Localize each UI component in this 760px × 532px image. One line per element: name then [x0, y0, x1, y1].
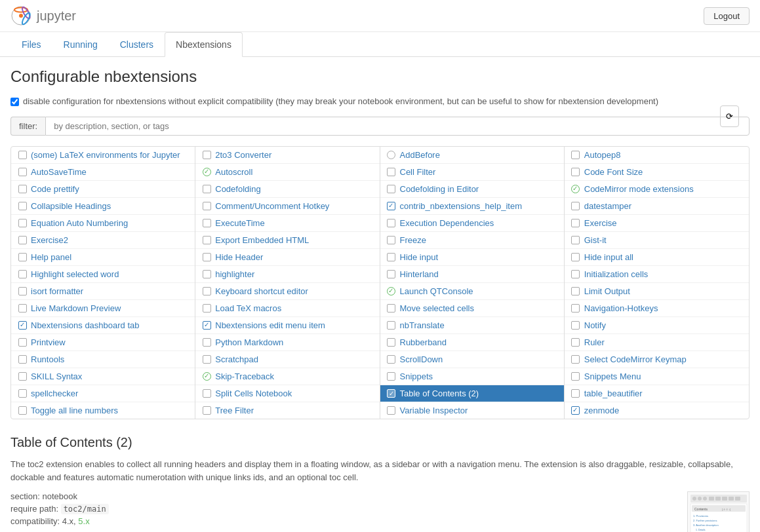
list-item[interactable]: Skip-Traceback [195, 368, 379, 385]
list-item[interactable]: Export Embedded HTML [195, 232, 379, 249]
list-item[interactable]: Ruler [565, 334, 749, 351]
list-item[interactable]: Hide input all [565, 249, 749, 266]
ext-item-label: Initialization cells [584, 269, 649, 279]
svg-rect-13 [729, 497, 734, 501]
list-item[interactable]: Freeze [380, 232, 564, 249]
compat-checkbox[interactable] [10, 98, 19, 106]
list-item[interactable]: ExecuteTime [195, 215, 379, 232]
list-item[interactable]: Tree Filter [195, 402, 379, 419]
list-item[interactable]: Codefolding [195, 181, 379, 198]
list-item[interactable]: Split Cells Notebook [195, 385, 379, 402]
list-item[interactable]: (some) LaTeX environments for Jupyter [11, 147, 195, 164]
list-item[interactable]: Codefolding in Editor [380, 181, 564, 198]
ext-checkbox-icon [202, 168, 211, 177]
list-item[interactable]: Code prettify [11, 181, 195, 198]
list-item[interactable]: Snippets Menu [565, 368, 749, 385]
list-item[interactable]: table_beautifier [565, 385, 749, 402]
list-item[interactable]: Rubberband [380, 334, 564, 351]
toc-preview-image: Contents [-∻ ≡ ↑] 1. Provisions 2. Furth… [687, 491, 750, 532]
list-item[interactable]: Highlight selected word [11, 266, 195, 283]
list-item[interactable]: CodeMirror mode extensions [565, 181, 749, 198]
list-item[interactable]: Equation Auto Numbering [11, 215, 195, 232]
list-item[interactable]: Keyboard shortcut editor [195, 283, 379, 300]
tab-clusters[interactable]: Clusters [109, 32, 165, 57]
detail-compat-meta: compatibility: 4.x, 5.x [10, 516, 687, 526]
ext-checkbox-icon [202, 202, 211, 211]
ext-col-2: AddBeforeCell FilterCodefolding in Edito… [380, 147, 565, 419]
list-item[interactable]: Live Markdown Preview [11, 300, 195, 317]
list-item[interactable]: isort formatter [11, 283, 195, 300]
list-item[interactable]: Exercise [565, 215, 749, 232]
list-item[interactable]: Hide input [380, 249, 564, 266]
list-item[interactable]: highlighter [195, 266, 379, 283]
ext-item-label: 2to3 Converter [215, 150, 271, 160]
list-item[interactable]: Navigation-Hotkeys [565, 300, 749, 317]
require-label: require path: [10, 504, 58, 514]
compat-meta-link[interactable]: 5.x [78, 516, 89, 526]
tab-files[interactable]: Files [10, 32, 52, 57]
ext-item-label: Load TeX macros [215, 303, 281, 313]
list-item[interactable]: contrib_nbextensions_help_item [380, 198, 564, 215]
ext-item-label: isort formatter [31, 286, 83, 296]
ext-checkbox-icon [571, 219, 580, 228]
list-item[interactable]: zenmode [565, 402, 749, 419]
logout-button[interactable]: Logout [704, 7, 750, 25]
list-item[interactable]: Hide Header [195, 249, 379, 266]
list-item[interactable]: AddBefore [380, 147, 564, 164]
ext-item-label: Snippets Menu [584, 371, 641, 381]
list-item[interactable]: Nbextensions edit menu item [195, 317, 379, 334]
tab-nbextensions[interactable]: Nbextensions [165, 32, 243, 57]
list-item[interactable]: ScrollDown [380, 351, 564, 368]
list-item[interactable]: Hinterland [380, 266, 564, 283]
list-item[interactable]: nbTranslate [380, 317, 564, 334]
list-item[interactable]: Printview [11, 334, 195, 351]
list-item[interactable]: Code Font Size [565, 164, 749, 181]
list-item[interactable]: Cell Filter [380, 164, 564, 181]
list-item[interactable]: Nbextensions dashboard tab [11, 317, 195, 334]
ext-item-label: ExecuteTime [215, 218, 264, 228]
list-item[interactable]: Execution Dependencies [380, 215, 564, 232]
ext-item-label: Codefolding in Editor [400, 184, 479, 194]
ext-item-label: Hide input all [584, 252, 633, 262]
list-item[interactable]: Snippets [380, 368, 564, 385]
list-item[interactable]: Scratchpad [195, 351, 379, 368]
list-item[interactable]: Load TeX macros [195, 300, 379, 317]
list-item[interactable]: AutoSaveTime [11, 164, 195, 181]
list-item[interactable]: Gist-it [565, 232, 749, 249]
tab-running[interactable]: Running [52, 32, 109, 57]
list-item[interactable]: Initialization cells [565, 266, 749, 283]
list-item[interactable]: Toggle all line numbers [11, 402, 195, 419]
list-item[interactable]: Move selected cells [380, 300, 564, 317]
ext-checkbox-icon [571, 304, 580, 313]
list-item[interactable]: SKILL Syntax [11, 368, 195, 385]
list-item[interactable]: Autoscroll [195, 164, 379, 181]
list-item[interactable]: Exercise2 [11, 232, 195, 249]
list-item[interactable]: Autopep8 [565, 147, 749, 164]
list-item[interactable]: Select CodeMirror Keymap [565, 351, 749, 368]
list-item[interactable]: Python Markdown [195, 334, 379, 351]
filter-input[interactable] [45, 117, 750, 136]
detail-require-meta: require path: toc2/main [10, 504, 687, 514]
list-item[interactable]: Runtools [11, 351, 195, 368]
ext-item-label: Hide Header [215, 252, 263, 262]
ext-col-0: (some) LaTeX environments for JupyterAut… [11, 147, 195, 419]
list-item[interactable]: Collapsible Headings [11, 198, 195, 215]
list-item[interactable]: spellchecker [11, 385, 195, 402]
ext-item-label: Notify [584, 320, 606, 330]
list-item[interactable]: Launch QTConsole [380, 283, 564, 300]
list-item[interactable]: Comment/Uncomment Hotkey [195, 198, 379, 215]
list-item[interactable]: datestamper [565, 198, 749, 215]
list-item[interactable]: Limit Output [565, 283, 749, 300]
list-item[interactable]: ✓Table of Contents (2) [380, 385, 564, 402]
ext-item-label: Printview [31, 337, 66, 347]
ext-checkbox-icon [387, 185, 396, 194]
ext-checkbox-icon [202, 338, 211, 347]
ext-checkbox-icon [18, 151, 27, 160]
ext-checkbox-icon [18, 185, 27, 194]
list-item[interactable]: Variable Inspector [380, 402, 564, 419]
ext-item-label: Scratchpad [215, 354, 258, 364]
list-item[interactable]: 2to3 Converter [195, 147, 379, 164]
list-item[interactable]: Help panel [11, 249, 195, 266]
list-item[interactable]: Notify [565, 317, 749, 334]
refresh-button[interactable]: ⟳ [720, 105, 739, 127]
